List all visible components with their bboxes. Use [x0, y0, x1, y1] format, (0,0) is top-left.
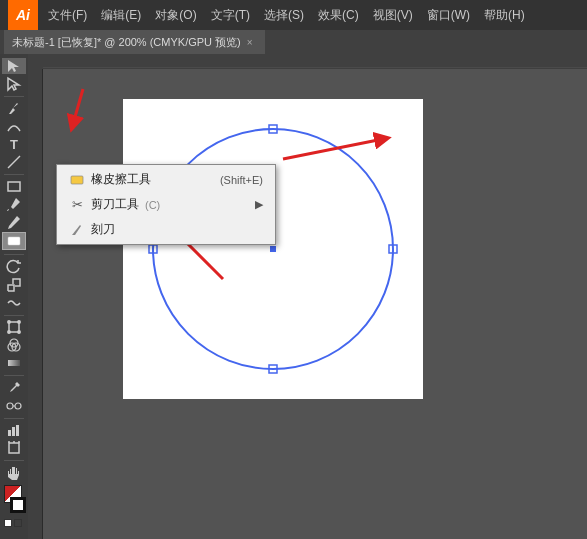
toolbar-separator-3	[4, 254, 24, 255]
knife-icon	[69, 222, 85, 238]
doc-tab-title: 未标题-1 [已恢复]* @ 200% (CMYK/GPU 预览)	[12, 35, 241, 50]
tool-rotate[interactable]	[2, 259, 26, 275]
svg-rect-41	[71, 176, 83, 184]
tool-blend[interactable]	[2, 398, 26, 414]
svg-point-14	[7, 403, 13, 409]
context-menu: 橡皮擦工具 (Shift+E) ✂ 剪刀工具 (C) ▶ 刻刀	[56, 164, 276, 245]
doc-tab-close[interactable]: ×	[247, 37, 253, 48]
tool-free-transform[interactable]	[2, 319, 26, 335]
tab-bar: 未标题-1 [已恢复]* @ 200% (CMYK/GPU 预览) ×	[0, 30, 587, 54]
context-menu-item-knife[interactable]: 刻刀	[57, 217, 275, 242]
svg-rect-18	[12, 427, 15, 436]
svg-marker-0	[8, 60, 19, 72]
menu-file[interactable]: 文件(F)	[42, 5, 93, 26]
tool-pen[interactable]	[2, 101, 26, 117]
context-menu-item-scissors[interactable]: ✂ 剪刀工具 (C) ▶	[57, 192, 275, 217]
eraser-tool-label: 橡皮擦工具	[91, 171, 151, 188]
menu-type[interactable]: 文字(T)	[205, 5, 256, 26]
tool-rectangle[interactable]	[2, 178, 26, 194]
scissors-icon: ✂	[69, 197, 85, 213]
scissors-tool-label: 剪刀工具	[91, 196, 139, 213]
canvas-content	[43, 69, 587, 539]
menu-effect[interactable]: 效果(C)	[312, 5, 365, 26]
menu-select[interactable]: 选择(S)	[258, 5, 310, 26]
svg-line-2	[8, 156, 20, 168]
svg-rect-5	[9, 322, 19, 332]
eraser-icon	[69, 172, 85, 188]
menu-object[interactable]: 对象(O)	[149, 5, 202, 26]
stroke-swatch[interactable]	[10, 497, 26, 513]
swap-colors-icon[interactable]	[14, 519, 22, 527]
toolbar-separator-6	[4, 418, 24, 419]
tool-eraser[interactable]	[2, 232, 26, 250]
app-logo: Ai	[8, 0, 38, 30]
scissors-submenu-arrow: ▶	[255, 198, 263, 211]
ruler-horizontal: // can't use script in SVG directly, dra…	[43, 54, 587, 69]
svg-point-8	[8, 331, 10, 333]
tool-curvature[interactable]	[2, 119, 26, 135]
document-tab[interactable]: 未标题-1 [已恢复]* @ 200% (CMYK/GPU 预览) ×	[4, 30, 265, 54]
main-layout: T	[0, 54, 587, 539]
svg-line-36	[73, 89, 83, 124]
tool-artboard[interactable]	[2, 440, 26, 456]
tool-text[interactable]: T	[2, 137, 26, 152]
svg-point-6	[8, 321, 10, 323]
canvas-area: // can't use script in SVG directly, dra…	[28, 54, 587, 539]
menu-view[interactable]: 视图(V)	[367, 5, 419, 26]
title-bar: Ai 文件(F) 编辑(E) 对象(O) 文字(T) 选择(S) 效果(C) 视…	[0, 0, 587, 30]
svg-rect-19	[16, 425, 19, 436]
toolbar-separator-4	[4, 315, 24, 316]
tool-gradient[interactable]	[2, 355, 26, 371]
toolbar-separator-5	[4, 375, 24, 376]
tool-shape-builder[interactable]	[2, 337, 26, 353]
toolbar-separator-2	[4, 174, 24, 175]
tool-scale[interactable]	[2, 277, 26, 293]
ruler-h-marks: // can't use script in SVG directly, dra…	[43, 54, 587, 69]
tool-selection[interactable]	[2, 58, 26, 74]
tool-warp[interactable]	[2, 295, 26, 311]
left-toolbar: T	[0, 54, 28, 539]
tool-eyedropper[interactable]	[2, 380, 26, 396]
tool-hand[interactable]	[2, 465, 26, 481]
color-swatch-area	[2, 501, 26, 531]
toolbar-separator-7	[4, 460, 24, 461]
tool-pencil[interactable]	[2, 214, 26, 230]
svg-point-15	[15, 403, 21, 409]
knife-tool-label: 刻刀	[91, 221, 115, 238]
tool-direct-selection[interactable]	[2, 76, 26, 92]
menu-window[interactable]: 窗口(W)	[421, 5, 476, 26]
circle-svg	[121, 97, 425, 401]
svg-rect-20	[9, 443, 19, 453]
ruler-corner	[28, 54, 43, 69]
menu-bar: 文件(F) 编辑(E) 对象(O) 文字(T) 选择(S) 效果(C) 视图(V…	[42, 0, 531, 30]
svg-marker-1	[8, 78, 19, 90]
context-menu-item-eraser[interactable]: 橡皮擦工具 (Shift+E)	[57, 167, 275, 192]
menu-help[interactable]: 帮助(H)	[478, 5, 531, 26]
tool-column-graph[interactable]	[2, 422, 26, 438]
svg-rect-4	[8, 237, 20, 245]
tool-paintbrush[interactable]	[2, 196, 26, 212]
svg-rect-34	[270, 246, 276, 252]
toolbar-separator-1	[4, 96, 24, 97]
eraser-tool-shortcut: (Shift+E)	[220, 174, 263, 186]
svg-rect-13	[8, 360, 20, 366]
tool-line[interactable]	[2, 154, 26, 170]
svg-rect-17	[8, 430, 11, 436]
menu-edit[interactable]: 编辑(E)	[95, 5, 147, 26]
default-colors-icon[interactable]	[4, 519, 12, 527]
svg-point-7	[18, 321, 20, 323]
ruler-vertical	[28, 54, 43, 539]
scissors-tool-shortcut: (C)	[145, 199, 160, 211]
svg-rect-3	[8, 182, 20, 191]
svg-point-9	[18, 331, 20, 333]
